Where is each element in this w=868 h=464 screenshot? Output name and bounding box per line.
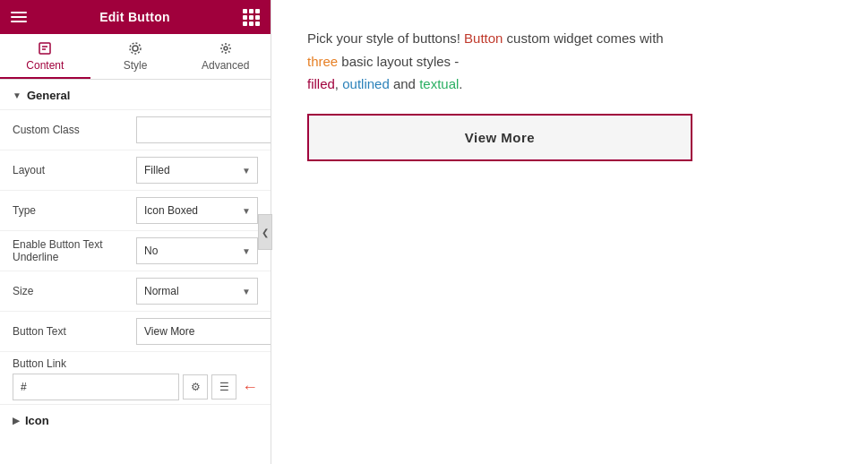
button-text-control: ☰ [136,318,271,345]
tab-advanced-label: Advanced [202,59,249,72]
style-icon [128,41,142,56]
grid-icon[interactable] [243,9,260,26]
desc-filled-word: filled [307,76,335,91]
button-link-label: Button Link [13,357,258,370]
general-section-header: ▼ General [0,80,271,110]
tab-advanced[interactable]: Advanced [180,34,271,79]
desc-part2: custom widget comes with [503,30,663,46]
underline-select[interactable]: No Yes [136,237,258,264]
underline-row: Enable Button Text Underline No Yes ▼ [0,231,271,271]
tab-style[interactable]: Style [90,34,181,79]
button-link-gear-btn[interactable]: ⚙ [183,374,208,400]
left-panel: Edit Button Content Style [0,0,271,464]
content-icon [38,41,52,56]
button-link-row: Button Link ⚙ ☰ ← [0,352,271,404]
panel-body: ▼ General Custom Class ☰ Layout Filled O… [0,80,271,464]
svg-point-5 [224,47,228,50]
custom-class-row: Custom Class ☰ [0,110,271,150]
underline-label: Enable Button Text Underline [13,238,129,263]
link-arrow-indicator: ← [242,378,258,397]
svg-point-3 [133,46,138,51]
size-label: Size [13,285,129,297]
underline-control: No Yes ▼ [136,237,258,264]
section-arrow-icon: ▼ [13,90,21,100]
desc-three-word: three [307,54,338,69]
type-select-wrap: Icon Boxed Normal Icon ▼ [136,197,258,224]
desc-part6: . [459,76,462,91]
layout-control: Filled Outlined Textual ▼ [136,157,258,184]
layout-select-wrap: Filled Outlined Textual ▼ [136,157,258,184]
desc-outlined-word: outlined [342,76,390,91]
tab-content-label: Content [26,59,64,72]
hamburger-icon[interactable] [11,12,27,22]
svg-point-4 [130,43,141,54]
advanced-icon [219,41,233,56]
desc-part3: basic layout styles - [338,54,459,69]
svg-rect-0 [39,43,50,54]
tab-content[interactable]: Content [0,34,90,79]
desc-button-word: Button [464,30,503,46]
button-text-label: Button Text [13,325,129,338]
button-link-input[interactable] [13,374,179,400]
button-link-input-wrap: ⚙ ☰ ← [13,374,258,400]
panel-title: Edit Button [99,10,170,24]
desc-part4: , [335,76,342,91]
icon-section-arrow-icon: ▶ [13,416,20,425]
tab-style-label: Style [124,59,148,72]
panel-collapse-btn[interactable]: ❮ [258,214,272,250]
type-select[interactable]: Icon Boxed Normal Icon [136,197,258,224]
desc-part1: Pick your style of buttons! [307,30,464,46]
type-control: Icon Boxed Normal Icon ▼ [136,197,258,224]
general-label: General [27,89,70,102]
description-text: Pick your style of buttons! Button custo… [307,27,692,96]
button-link-list-btn[interactable]: ☰ [211,374,236,400]
icon-section-header[interactable]: ▶ Icon [0,404,271,434]
panel-header: Edit Button [0,0,271,34]
size-select[interactable]: Normal Small Large [136,278,258,305]
right-content: Pick your style of buttons! Button custo… [271,0,868,464]
layout-label: Layout [13,164,129,176]
type-row: Type Icon Boxed Normal Icon ▼ [0,191,271,231]
size-control: Normal Small Large ▼ [136,278,258,305]
button-text-input[interactable] [136,318,271,345]
layout-select[interactable]: Filled Outlined Textual [136,157,258,184]
custom-class-input[interactable] [136,116,271,143]
custom-class-control: ☰ [136,116,271,143]
view-more-button[interactable]: View More [309,116,691,159]
layout-row: Layout Filled Outlined Textual ▼ [0,150,271,191]
custom-class-label: Custom Class [13,124,129,136]
underline-select-wrap: No Yes ▼ [136,237,258,264]
size-select-wrap: Normal Small Large ▼ [136,278,258,305]
type-label: Type [13,204,129,217]
desc-textual-word: textual [419,76,459,91]
size-row: Size Normal Small Large ▼ [0,271,271,312]
icon-section-label: Icon [25,414,49,427]
button-text-row: Button Text ☰ [0,312,271,352]
view-more-button-wrap: View More [307,114,692,161]
panel-tabs: Content Style Advanced [0,34,271,80]
desc-part5: and [390,76,419,91]
